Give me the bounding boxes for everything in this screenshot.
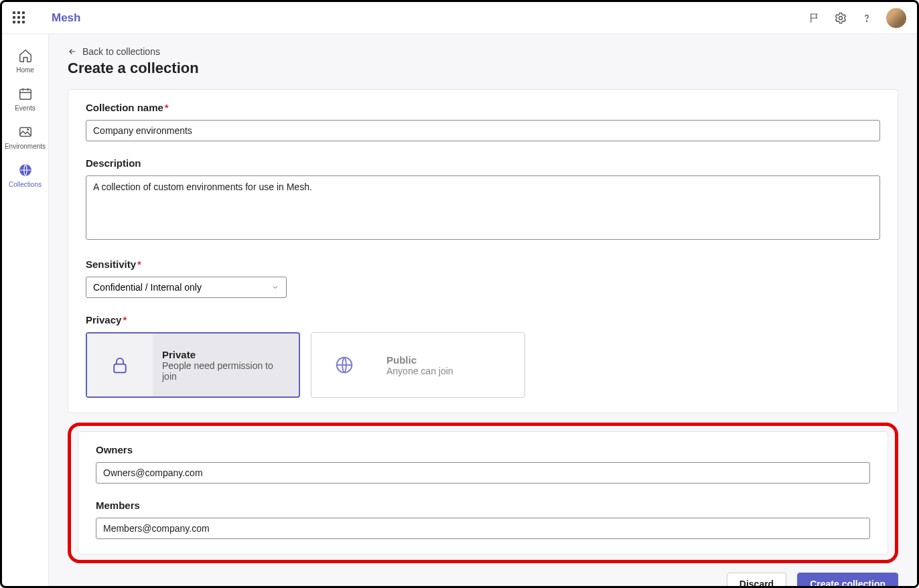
privacy-private-title: Private bbox=[162, 349, 289, 360]
privacy-private-text: Private People need permission to join bbox=[153, 334, 299, 396]
sidebar-item-label: Collections bbox=[9, 181, 42, 188]
back-to-collections-link[interactable]: Back to collections bbox=[68, 46, 898, 57]
svg-rect-3 bbox=[19, 128, 31, 137]
settings-icon[interactable] bbox=[834, 11, 847, 25]
owners-label: Owners bbox=[96, 444, 870, 455]
globe-icon bbox=[18, 162, 33, 178]
app-name: Mesh bbox=[52, 11, 80, 25]
arrow-left-icon bbox=[68, 47, 77, 56]
footer-actions: Discard Create collection bbox=[68, 573, 898, 586]
sidebar-item-collections[interactable]: Collections bbox=[4, 157, 47, 195]
top-right-controls bbox=[808, 8, 906, 28]
highlight-annotation: Owners Members bbox=[68, 423, 898, 563]
globe-icon bbox=[311, 333, 377, 397]
create-collection-button[interactable]: Create collection bbox=[797, 573, 898, 586]
help-icon[interactable] bbox=[861, 12, 873, 24]
chevron-down-icon bbox=[271, 283, 279, 291]
members-label: Members bbox=[96, 500, 870, 511]
members-input[interactable] bbox=[96, 518, 870, 539]
field-privacy: Privacy* Private People need permission … bbox=[86, 314, 880, 398]
flag-icon[interactable] bbox=[808, 12, 821, 24]
main-content: Back to collections Create a collection … bbox=[49, 34, 917, 586]
field-owners: Owners bbox=[96, 444, 870, 484]
privacy-public-sub: Anyone can join bbox=[386, 366, 515, 376]
privacy-label: Privacy* bbox=[86, 314, 880, 325]
field-description: Description A collection of custom envir… bbox=[86, 157, 880, 242]
form-card-people: Owners Members bbox=[78, 431, 888, 555]
field-members: Members bbox=[96, 500, 870, 539]
svg-rect-2 bbox=[19, 90, 31, 100]
sidebar-item-events[interactable]: Events bbox=[4, 80, 47, 119]
privacy-public-text: Public Anyone can join bbox=[377, 333, 524, 397]
field-collection-name: Collection name* bbox=[86, 102, 880, 141]
collection-name-input[interactable] bbox=[86, 120, 880, 141]
privacy-private-sub: People need permission to join bbox=[162, 360, 289, 382]
privacy-options-row: Private People need permission to join P… bbox=[86, 332, 880, 398]
sidebar-item-environments[interactable]: Environments bbox=[4, 119, 47, 157]
sidebar-item-home[interactable]: Home bbox=[4, 42, 47, 80]
home-icon bbox=[18, 48, 33, 64]
sidebar-item-label: Events bbox=[15, 104, 36, 112]
image-icon bbox=[18, 124, 33, 140]
description-label: Description bbox=[86, 157, 880, 169]
sensitivity-label: Sensitivity* bbox=[86, 259, 880, 270]
collection-name-label: Collection name* bbox=[86, 102, 880, 113]
form-card-main: Collection name* Description A collectio… bbox=[68, 89, 898, 413]
sidebar: Home Events Environments Collections bbox=[2, 34, 49, 586]
app-launcher-icon[interactable] bbox=[13, 11, 26, 25]
privacy-option-private[interactable]: Private People need permission to join bbox=[86, 332, 300, 398]
sidebar-item-label: Environments bbox=[5, 143, 46, 150]
svg-point-1 bbox=[866, 20, 867, 21]
page-title: Create a collection bbox=[68, 60, 898, 77]
discard-button[interactable]: Discard bbox=[727, 573, 786, 586]
sensitivity-select[interactable]: Confidential / Internal only bbox=[86, 277, 287, 298]
user-avatar[interactable] bbox=[886, 8, 906, 28]
sidebar-item-label: Home bbox=[16, 66, 34, 74]
owners-input[interactable] bbox=[96, 462, 870, 484]
calendar-icon bbox=[18, 86, 33, 102]
field-sensitivity: Sensitivity* Confidential / Internal onl… bbox=[86, 259, 880, 298]
sensitivity-value: Confidential / Internal only bbox=[93, 282, 202, 293]
top-bar: Mesh bbox=[2, 2, 917, 34]
description-input[interactable]: A collection of custom environments for … bbox=[86, 175, 880, 240]
svg-rect-5 bbox=[114, 364, 126, 373]
svg-point-0 bbox=[839, 16, 843, 19]
lock-icon bbox=[87, 334, 153, 396]
privacy-public-title: Public bbox=[386, 354, 515, 366]
privacy-option-public[interactable]: Public Anyone can join bbox=[311, 332, 525, 398]
back-link-label: Back to collections bbox=[82, 46, 160, 57]
